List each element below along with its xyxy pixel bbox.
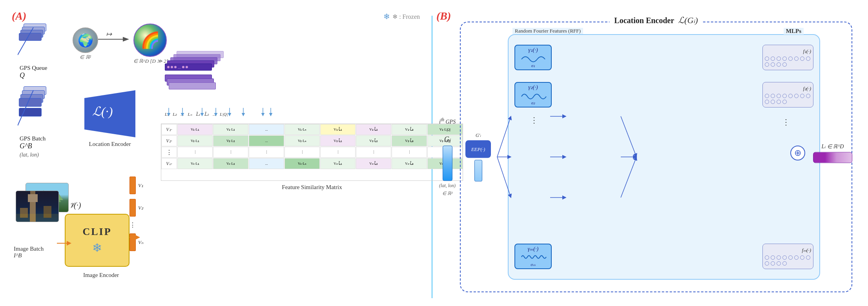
mlp-circle [800,94,804,98]
panel-b-inner-box: Random Fourier Features (RFF) MLPs γ₁(·)… [508,34,820,280]
globe-gray-area: 🌍 ∈ ℝ² [73,27,98,60]
mlp-circle [794,255,799,260]
mlp-dots: ⋮ [782,117,790,127]
feature-similarity-matrix-container: V₁· V₁·L₁ V₁·L₂ ... V₁·Lₙ V₁·L̃₁ V₁·L̃₂ … [161,124,463,191]
cell-v2dots: ... [249,135,284,146]
image-batch-area: Image Batch I^B [14,183,44,259]
panel-a-label: (A) [12,10,26,22]
gps-queue-var: Q [20,71,47,80]
fsm-grid: V₁· V₁·L₁ V₁·L₂ ... V₁·Lₙ V₁·L̃₁ V₁·L̃₂ … [161,124,463,181]
cell-vnln: Vₙ·Lₙ [284,158,320,169]
mlp-circle [782,94,787,98]
location-encoder-shape: ℒ(·) Location Encoder [84,90,135,148]
cell-vnlt1: Vₙ·L̃₁ [320,158,356,169]
mlp-circle [771,255,775,260]
mlp-circle [771,100,775,104]
cell-v1l2: V₁·L₂ [213,124,248,135]
cell-v1lt1: V₁·L̃₁ [320,124,356,135]
mlp-circle [788,56,793,61]
cell-v2ln: V₂·Lₙ [284,135,320,146]
v1-bar [129,177,136,194]
arrow-globe-svg: ↦ [96,29,135,49]
cell-dots1: ⋮ [177,147,213,158]
eep-box: EEP(·) [465,140,491,158]
mlps-label: MLPs [784,28,804,35]
rff-sigma2: σ₂ [531,100,535,106]
cell-dots5: ⋮ [320,147,356,158]
mlp-circle [782,56,787,61]
ith-gps-label: ith GPS [439,117,456,125]
mlp-circle [782,62,787,67]
arrow-clip-to-vectors-svg [129,231,141,243]
mlp-f1-label: f₁(·) [803,48,811,55]
mlp-f1-circles [765,56,811,67]
svg-text:ℒ(·): ℒ(·) [92,104,113,118]
mlp-circle [777,255,781,260]
svg-text:↦: ↦ [106,30,112,38]
mlp-circle [777,94,781,98]
cell-v1lt3: V₁·L̃₃ [392,124,427,135]
mlp-circle [794,94,799,98]
clip-box: CLIP ❄ [65,214,129,267]
mlp-circle [765,100,769,104]
cell-dots4: ⋮ [284,147,320,158]
snowflake-icon: ❄ [383,12,390,21]
rff-dots: ⋮ [530,115,538,125]
mlp-circle [788,94,793,98]
mlp-circle [771,62,775,67]
clip-snowflake: ❄ [92,241,102,255]
mlp-circle [765,261,769,266]
panel-b: (B) Location Encoder ℒ(Gᵢ) Random Fourie… [436,8,856,298]
purple-stacks-container: ... [165,51,224,106]
rff-block-gammaM: γₘ(·) σₘ [514,244,552,269]
rff-block-gamma2: γ₂(·) σ₂ [514,82,552,107]
mlp-fM-circles [765,255,811,266]
v-encoder-label: 𝒱(·) [69,201,81,210]
mlp-fM-label: fₘ(·) [802,247,811,253]
gps-batch-diagonal-svg [18,86,49,137]
mlp-circle [782,261,787,266]
mlp-circle [800,255,804,260]
gprime-label-top: G'ᵢ [476,133,481,138]
gps-batch-var: G^B [20,142,47,150]
r2-label: ∈ ℝ² [73,54,98,60]
globe-gray: 🌍 [73,27,98,53]
gi-rect [443,146,452,181]
mlp-circle [777,261,781,266]
rff-label: Random Fourier Features (RFF) [512,28,583,34]
mlp-circle [788,255,793,260]
cell-v1l1: V₁·L₁ [177,124,213,135]
mlp-circle [771,94,775,98]
cell-vnl1: Vₙ·L₁ [177,158,213,169]
mlp-f2: f₂(·) [762,82,813,107]
frozen-label: ❄ ❄ : Frozen [383,12,420,21]
rff-block-gamma1: γ₁(·) σ₁ [514,45,552,70]
clip-label: CLIP [82,226,111,238]
fsm-label: Feature Similarity Matrix [161,184,463,191]
mlp-f2-label: f₂(·) [803,86,811,92]
panel-b-title: Location Encoder [614,16,674,25]
arrow-down-label: ↓ [446,127,449,133]
cell-dots7: ⋮ [392,147,427,158]
rff-sigma1: σ₁ [531,63,535,68]
mlp-circle [782,255,787,260]
panel-b-label: (B) [436,10,451,22]
mlp-circle [806,56,810,61]
vdots-row: ⋮ [161,147,177,158]
location-encoder-label: Location Encoder [84,141,135,148]
v1-output: V₁ [129,177,143,194]
cell-vnl2: Vₙ·L₂ [213,158,248,169]
panel-b-title-area: Location Encoder ℒ(Gᵢ) [609,15,702,26]
mlp-circle [806,94,810,98]
mlp-circle [765,94,769,98]
mlp-circle [765,255,769,260]
rD-label: ∈ ℝ^D [D ≫ 2] [133,58,168,64]
gps-queue-label: GPS Queue Q [20,65,47,80]
v1-label: V₁ [138,182,143,189]
cell-dots2: ⋮ [213,147,248,158]
main-container: (A) ❄ ❄ : Frozen GPS Queue Q [0,0,868,306]
cell-v1dots: ... [249,124,284,135]
cell-v1ln: V₁·Lₙ [284,124,320,135]
gps-queue-area: GPS Queue Q [20,24,47,80]
mlp-circle [777,100,781,104]
